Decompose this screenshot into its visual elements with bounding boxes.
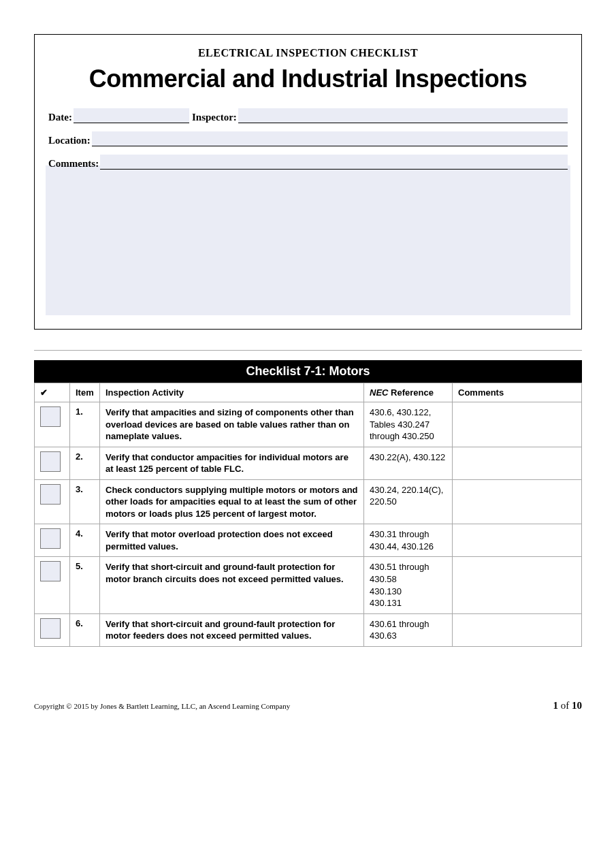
checkbox[interactable]: [40, 618, 61, 639]
checkbox[interactable]: [40, 484, 61, 505]
inspector-label: Inspector:: [192, 112, 238, 123]
document-title: Commercial and Industrial Inspections: [48, 65, 568, 93]
nec-reference: 430.22(A), 430.122: [364, 447, 453, 479]
item-number: 4.: [70, 524, 100, 557]
table-row: 1. Verify that ampacities and sizing of …: [35, 402, 582, 447]
checkbox[interactable]: [40, 561, 61, 581]
nec-reference: 430.6, 430.122, Tables 430.247 through 4…: [364, 402, 453, 447]
comments-label: Comments:: [48, 158, 100, 170]
date-field[interactable]: [74, 108, 189, 123]
location-label: Location:: [48, 135, 92, 146]
table-row: 6. Verify that short-circuit and ground-…: [35, 613, 582, 646]
table-row: 2. Verify that conductor ampacities for …: [35, 447, 582, 479]
inspection-activity: Verify that short-circuit and ground-fau…: [100, 557, 364, 613]
comments-cell[interactable]: [453, 524, 582, 557]
comments-cell[interactable]: [453, 479, 582, 524]
nec-reference: 430.51 through 430.58 430.130 430.131: [364, 557, 453, 613]
table-header-row: ✔ Item Inspection Activity NEC Reference…: [35, 383, 582, 402]
form-row-location: Location:: [48, 131, 568, 146]
item-number: 3.: [70, 479, 100, 524]
check-cell: [35, 402, 70, 447]
nec-reference: 430.61 through 430.63: [364, 613, 453, 646]
inspection-activity: Verify that conductor ampacities for ind…: [100, 447, 364, 479]
check-cell: [35, 524, 70, 557]
check-cell: [35, 447, 70, 479]
inspection-activity: Check conductors supplying multiple moto…: [100, 479, 364, 524]
nec-reference: 430.31 through 430.44, 430.126: [364, 524, 453, 557]
form-row-comments: Comments:: [48, 155, 568, 170]
check-cell: [35, 557, 70, 613]
location-field[interactable]: [92, 131, 568, 146]
comments-cell[interactable]: [453, 447, 582, 479]
checkbox[interactable]: [40, 451, 61, 472]
col-activity-header: Inspection Activity: [100, 383, 364, 402]
date-label: Date:: [48, 112, 74, 123]
check-cell: [35, 613, 70, 646]
document-page: ELECTRICAL INSPECTION CHECKLIST Commerci…: [0, 0, 616, 725]
document-type: ELECTRICAL INSPECTION CHECKLIST: [48, 47, 568, 59]
checkbox[interactable]: [40, 528, 61, 549]
col-check-header: ✔: [35, 383, 70, 402]
table-row: 4. Verify that motor overload protection…: [35, 524, 582, 557]
comments-cell[interactable]: [453, 557, 582, 613]
checklist-title-bar: Checklist 7-1: Motors: [34, 360, 582, 383]
copyright-text: Copyright © 2015 by Jones & Bartlett Lea…: [34, 702, 290, 710]
table-row: 5. Verify that short-circuit and ground-…: [35, 557, 582, 613]
inspector-field[interactable]: [238, 108, 568, 123]
header-box: ELECTRICAL INSPECTION CHECKLIST Commerci…: [34, 34, 582, 330]
checklist-tbody: 1. Verify that ampacities and sizing of …: [35, 402, 582, 647]
col-comments-header: Comments: [453, 383, 582, 402]
item-number: 2.: [70, 447, 100, 479]
comments-cell[interactable]: [453, 402, 582, 447]
comments-textarea[interactable]: [46, 165, 570, 315]
item-number: 5.: [70, 557, 100, 613]
page-number: 1 of 10: [553, 700, 583, 712]
checkbox[interactable]: [40, 406, 61, 427]
inspection-activity: Verify that short-circuit and ground-fau…: [100, 613, 364, 646]
item-number: 1.: [70, 402, 100, 447]
col-ref-header: NEC Reference: [364, 383, 453, 402]
section-divider: [34, 350, 582, 351]
comments-cell[interactable]: [453, 613, 582, 646]
inspection-activity: Verify that ampacities and sizing of com…: [100, 402, 364, 447]
inspection-activity: Verify that motor overload protection do…: [100, 524, 364, 557]
comments-field-line[interactable]: [100, 155, 568, 170]
table-row: 3. Check conductors supplying multiple m…: [35, 479, 582, 524]
checklist-table: ✔ Item Inspection Activity NEC Reference…: [34, 383, 582, 647]
nec-reference: 430.24, 220.14(C), 220.50: [364, 479, 453, 524]
page-footer: Copyright © 2015 by Jones & Bartlett Lea…: [34, 694, 582, 712]
form-row-date-inspector: Date: Inspector:: [48, 108, 568, 123]
item-number: 6.: [70, 613, 100, 646]
check-cell: [35, 479, 70, 524]
col-item-header: Item: [70, 383, 100, 402]
